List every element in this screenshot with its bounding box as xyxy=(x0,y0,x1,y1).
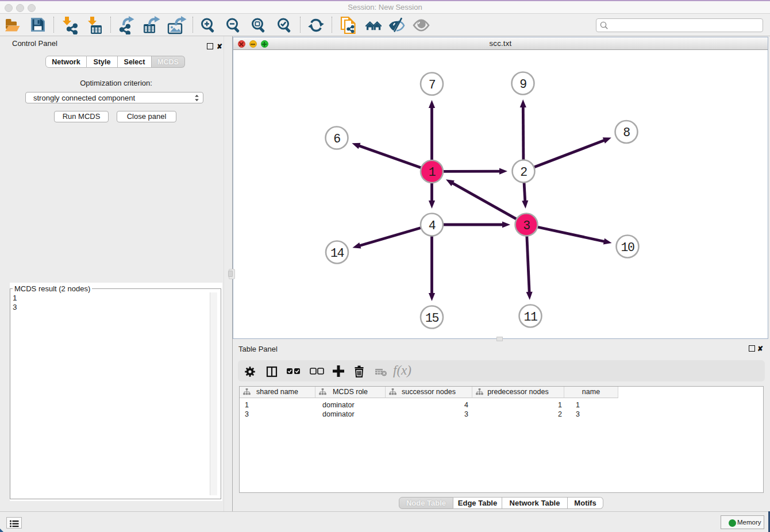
svg-text:2: 2 xyxy=(520,165,527,179)
svg-text:1: 1 xyxy=(429,165,436,179)
svg-text:15: 15 xyxy=(425,311,438,325)
svg-text:14: 14 xyxy=(330,246,344,260)
svg-text:7: 7 xyxy=(429,78,436,92)
svg-text:8: 8 xyxy=(623,126,630,140)
svg-text:3: 3 xyxy=(523,219,530,233)
svg-text:4: 4 xyxy=(429,219,436,233)
svg-text:9: 9 xyxy=(519,78,526,91)
svg-text:10: 10 xyxy=(621,241,634,255)
svg-text:11: 11 xyxy=(524,310,537,324)
svg-text:6: 6 xyxy=(333,132,340,146)
